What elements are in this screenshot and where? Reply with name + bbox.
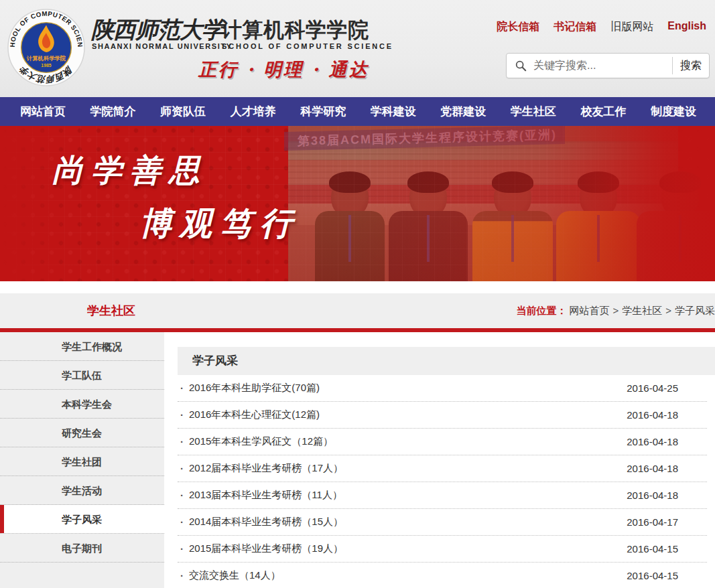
nav-item[interactable]: 师资队伍 — [160, 104, 206, 119]
seal-center-name: 计算机科学学院 — [26, 55, 66, 62]
search-bar: 搜索 — [506, 53, 710, 78]
article-row: · 2012届本科毕业生考研榜（17人） 2016-04-18 — [178, 455, 707, 482]
breadcrumb-link[interactable]: 学生社区 — [622, 305, 675, 316]
article-date: 2016-04-18 — [627, 409, 707, 421]
sidebar-item[interactable]: 学生社团 — [0, 447, 164, 476]
sidebar-item-label: 学生社团 — [62, 456, 102, 467]
nav-item[interactable]: 制度建设 — [651, 104, 696, 119]
section-bar: 学生社区 当前位置： 网站首页学生社区学子风采 — [0, 293, 715, 328]
hero-banner: 第38届ACM国际大学生程序设计竞赛(亚洲) — [0, 126, 715, 281]
article-link[interactable]: 交流交换生（14人） — [189, 569, 627, 582]
university-name-cn: 陕西师范大学 — [91, 15, 224, 46]
article-row: · 2015届本科毕业生考研榜（19人） 2016-04-15 — [178, 536, 707, 563]
breadcrumb: 当前位置： 网站首页学生社区学子风采 — [516, 293, 715, 328]
header-quick-link[interactable]: 院长信箱 — [497, 20, 539, 34]
main-nav: 网站首页 学院简介 师资队伍 人才培养 科学研究 学科建设 党群建设 学生社区 … — [0, 97, 715, 126]
article-date: 2016-04-18 — [627, 490, 707, 501]
student-figure — [389, 176, 468, 281]
article-row: · 2015年本科生学风征文（12篇） 2016-04-18 — [178, 429, 707, 455]
bullet-icon: · — [180, 490, 184, 501]
sidebar-item[interactable]: 电子期刊 — [0, 534, 164, 563]
section-title: 学生社区 — [87, 293, 135, 328]
header-quick-links: 院长信箱 书记信箱 旧版网站 English — [497, 20, 706, 34]
student-figure — [472, 176, 553, 281]
article-date: 2016-04-17 — [627, 516, 707, 528]
student-figure — [637, 176, 715, 281]
university-name-en: SHAANXI NORMAL UNIVERSITY — [92, 42, 233, 50]
article-list: · 2016年本科生助学征文(70篇) 2016-04-25 · 2016年本科… — [178, 375, 707, 588]
school-motto: 正行 · 明理 · 通达 — [198, 58, 369, 82]
bullet-icon: · — [180, 543, 184, 555]
sidebar-item[interactable]: 学工队伍 — [0, 361, 164, 390]
article-date: 2016-04-18 — [627, 436, 707, 447]
nav-item[interactable]: 学院简介 — [90, 104, 136, 119]
article-row: · 2016年本科生助学征文(70篇) 2016-04-25 — [178, 375, 707, 402]
school-name-cn: 计算机科学学院 — [221, 16, 369, 44]
article-date: 2016-04-15 — [627, 570, 707, 581]
search-button[interactable]: 搜索 — [673, 54, 709, 78]
sidebar-item[interactable]: 研究生会 — [0, 419, 164, 447]
article-link[interactable]: 2013届本科毕业生考研榜（11人） — [189, 489, 627, 502]
header-quick-link[interactable]: 书记信箱 — [554, 20, 596, 34]
bullet-icon: · — [180, 516, 184, 528]
bullet-icon: · — [180, 382, 184, 394]
sidebar-item-label: 研究生会 — [62, 427, 102, 439]
banner-slogan-line1: 尚学善思 — [52, 150, 208, 192]
article-link[interactable]: 2015年本科生学风征文（12篇） — [189, 435, 627, 448]
article-link[interactable]: 2016年本科生心理征文(12篇) — [189, 409, 627, 421]
breadcrumb-link[interactable]: 学子风采 — [675, 305, 715, 316]
page: SCHOOL OF COMPUTER SCIENCE 陕西师范大学 计算机科学学… — [0, 0, 715, 588]
article-row: · 2013届本科毕业生考研榜（11人） 2016-04-18 — [178, 482, 707, 509]
list-title: 学子风采 — [178, 347, 715, 375]
nav-item[interactable]: 学科建设 — [371, 104, 416, 119]
seal-year: 1985 — [41, 63, 51, 68]
student-figure — [315, 176, 385, 281]
bullet-icon: · — [180, 463, 184, 474]
school-name-en: SCHOOL OF COMPUTER SCIENCE — [222, 42, 393, 50]
nav-item[interactable]: 党群建设 — [440, 104, 486, 119]
article-link[interactable]: 2012届本科毕业生考研榜（17人） — [189, 462, 627, 475]
article-link[interactable]: 2015届本科毕业生考研榜（19人） — [189, 542, 627, 555]
article-link[interactable]: 2016年本科生助学征文(70篇) — [189, 382, 627, 394]
sidebar-item-label: 学生工作概况 — [62, 341, 122, 352]
article-row: · 2014届本科毕业生考研榜（15人） 2016-04-17 — [178, 509, 707, 536]
main-content: 学子风采 · 2016年本科生助学征文(70篇) 2016-04-25 · 20… — [178, 332, 715, 588]
nav-item[interactable]: 网站首页 — [20, 104, 66, 119]
search-icon — [515, 60, 527, 72]
nav-item[interactable]: 人才培养 — [231, 104, 276, 119]
site-header: SCHOOL OF COMPUTER SCIENCE 陕西师范大学 计算机科学学… — [0, 0, 715, 97]
breadcrumb-label: 当前位置： — [516, 305, 566, 317]
sidebar-item[interactable]: 学生工作概况 — [0, 332, 164, 361]
bullet-icon: · — [180, 570, 184, 581]
banner-photo: 第38届ACM国际大学生程序设计竞赛(亚洲) — [288, 126, 678, 281]
banner-slogan-line2: 博观笃行 — [139, 202, 300, 245]
article-row: · 2016年本科生心理征文(12篇) 2016-04-18 — [178, 402, 707, 429]
sidebar-item-label: 本科学生会 — [62, 398, 112, 410]
sidebar-item[interactable]: 学子风采 — [0, 505, 164, 534]
sidebar-item-label: 电子期刊 — [62, 542, 102, 554]
article-date: 2016-04-18 — [627, 463, 707, 474]
search-input[interactable] — [533, 54, 672, 78]
student-figure — [556, 176, 641, 281]
article-date: 2016-04-15 — [627, 543, 707, 555]
header-quick-link[interactable]: 旧版网站 — [610, 20, 653, 34]
sidebar-item-label: 学生活动 — [62, 485, 102, 496]
article-row: · 交流交换生（14人） 2016-04-15 — [178, 563, 707, 588]
header-quick-link[interactable]: English — [667, 20, 706, 34]
school-seal-logo: SCHOOL OF COMPUTER SCIENCE 陕西师范大学 计算机科学学… — [7, 8, 86, 87]
sidebar: 学生工作概况 学工队伍 本科学生会 研究生会 学生社团 学生活动 学子风采 — [0, 332, 164, 588]
article-link[interactable]: 2014届本科毕业生考研榜（15人） — [189, 516, 627, 528]
breadcrumb-link[interactable]: 网站首页 — [569, 305, 622, 316]
sidebar-item[interactable]: 学生活动 — [0, 476, 164, 505]
sidebar-item[interactable]: 本科学生会 — [0, 390, 164, 419]
sidebar-item-label: 学工队伍 — [62, 370, 102, 381]
sidebar-item-label: 学子风采 — [62, 514, 102, 525]
article-date: 2016-04-25 — [627, 382, 707, 394]
nav-item[interactable]: 科学研究 — [300, 104, 346, 119]
breadcrumb-links: 网站首页学生社区学子风采 — [569, 305, 715, 317]
bullet-icon: · — [180, 409, 184, 421]
bullet-icon: · — [180, 436, 184, 447]
nav-item[interactable]: 校友工作 — [580, 104, 626, 119]
nav-item[interactable]: 学生社区 — [511, 104, 556, 119]
